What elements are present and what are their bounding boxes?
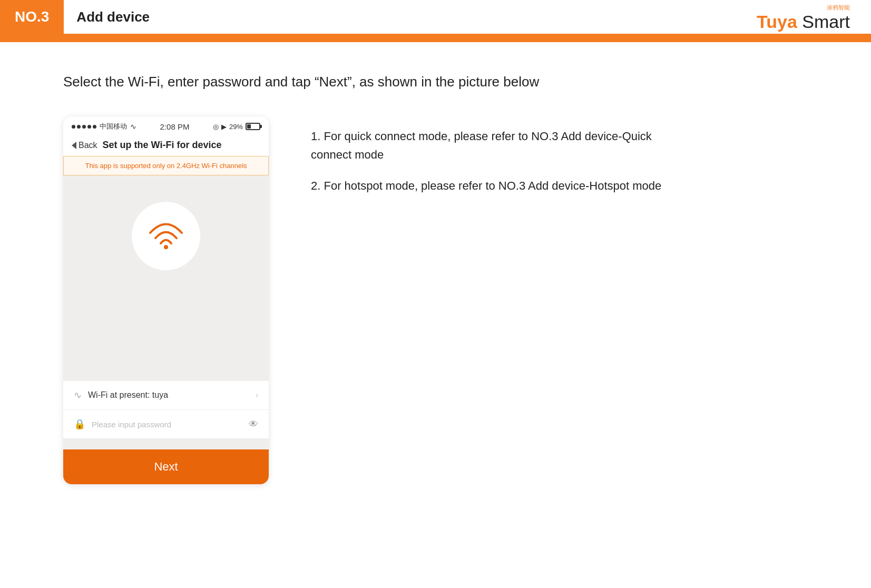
chevron-left-icon [72, 142, 76, 149]
wifi-arrow-icon: › [256, 390, 258, 400]
nav-icon: ▶ [221, 123, 227, 131]
header-logo: 涂鸦智能 Tuya Smart [757, 4, 850, 31]
eye-icon: 👁 [249, 419, 258, 430]
status-left: 中国移动 ∿ [72, 122, 136, 131]
content-row: 中国移动 ∿ 2:08 PM ◎ ▶ 29% Back [63, 116, 829, 484]
battery-icon [246, 123, 260, 130]
nav-title: Set up the Wi-Fi for device [103, 140, 222, 151]
logo-main: Tuya Smart [757, 13, 850, 31]
status-bar: 中国移动 ∿ 2:08 PM ◎ ▶ 29% [63, 116, 269, 134]
back-button[interactable]: Back [72, 141, 97, 150]
wifi-icon-small: ∿ [130, 122, 136, 131]
wifi-svg-icon [145, 218, 187, 250]
password-list-item[interactable]: 🔒 Please input password 👁 [63, 410, 269, 439]
logo-tuya: Tuya [757, 12, 797, 32]
header: NO.3 Add device 涂鸦智能 Tuya Smart [0, 0, 871, 37]
signal-dots [72, 125, 96, 129]
lock-icon: 🔒 [74, 418, 85, 430]
carrier-text: 中国移动 [100, 122, 127, 131]
list-section: ∿ Wi-Fi at present: tuya › 🔒 Please inpu… [63, 381, 269, 439]
note-2: 2. For hotspot mode, please refer to NO.… [311, 177, 680, 195]
dot-5 [93, 125, 96, 129]
orange-divider [0, 37, 871, 42]
phone-body: ∿ Wi-Fi at present: tuya › 🔒 Please inpu… [63, 175, 269, 449]
logo-smart: Smart [797, 12, 850, 32]
badge-label: NO.3 [15, 8, 49, 25]
instruction-text: Select the Wi-Fi, enter password and tap… [63, 74, 829, 90]
dot-1 [72, 125, 75, 129]
header-title: Add device [76, 9, 150, 25]
wifi-circle [132, 202, 200, 270]
wifi-list-text: Wi-Fi at present: tuya [88, 390, 256, 400]
status-right: ◎ ▶ 29% [213, 123, 260, 131]
note-1: 1. For quick connect mode, please refer … [311, 127, 680, 164]
logo-small-text: 涂鸦智能 [827, 4, 850, 12]
back-label: Back [79, 141, 97, 150]
battery-percent: 29% [229, 123, 243, 131]
password-placeholder: Please input password [92, 420, 249, 429]
location-icon: ◎ [213, 123, 219, 131]
svg-point-0 [164, 245, 168, 249]
main-content: Select the Wi-Fi, enter password and tap… [0, 42, 871, 505]
warning-banner: This app is supported only on 2.4GHz Wi-… [63, 156, 269, 175]
notes-section: 1. For quick connect mode, please refer … [311, 116, 680, 208]
wifi-list-icon: ∿ [74, 389, 82, 401]
dot-3 [82, 125, 86, 129]
nav-bar: Back Set up the Wi-Fi for device [63, 134, 269, 156]
dot-2 [77, 125, 81, 129]
wifi-list-item[interactable]: ∿ Wi-Fi at present: tuya › [63, 381, 269, 410]
warning-text: This app is supported only on 2.4GHz Wi-… [85, 162, 247, 170]
wifi-symbol [145, 218, 187, 254]
next-button[interactable]: Next [63, 449, 269, 484]
dot-4 [87, 125, 91, 129]
time-display: 2:08 PM [160, 122, 190, 131]
phone-mockup: 中国移动 ∿ 2:08 PM ◎ ▶ 29% Back [63, 116, 269, 484]
header-badge: NO.3 [0, 0, 64, 34]
battery-fill [247, 124, 251, 129]
